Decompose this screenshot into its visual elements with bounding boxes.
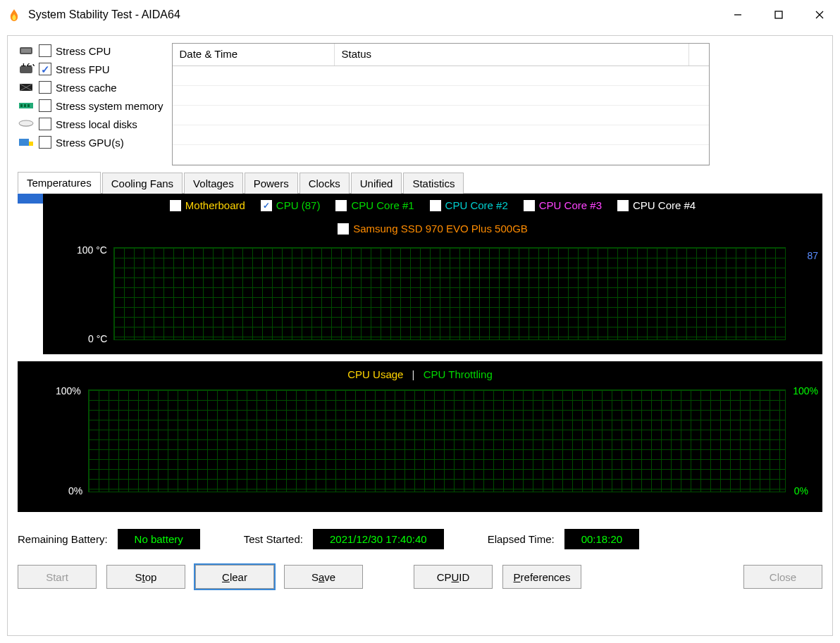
svg-rect-1	[775, 11, 782, 18]
series-cpu-core-2[interactable]: CPU Core #2	[430, 199, 508, 211]
stress-cache-checkbox[interactable]	[39, 81, 51, 94]
log-table-body	[173, 66, 709, 165]
tab-strip: Temperatures Cooling Fans Voltages Power…	[18, 171, 822, 194]
tab-powers[interactable]: Powers	[245, 173, 298, 194]
close-button[interactable]: Close	[743, 565, 822, 589]
gutter-marker-icon	[18, 194, 43, 204]
usage-label-cpu-throttling: CPU Throttling	[424, 368, 493, 380]
preferences-button[interactable]: Preferences	[502, 565, 581, 589]
svg-rect-12	[20, 104, 23, 107]
stress-cache-label: Stress cache	[56, 82, 117, 94]
svg-text:123: 123	[20, 63, 35, 68]
stress-gpu-checkbox[interactable]	[39, 136, 51, 149]
stress-disk-label: Stress local disks	[56, 118, 137, 130]
usage-title: CPU Usage | CPU Throttling	[18, 361, 822, 380]
temp-series-legend: Motherboard CPU (87) CPU Core #1 CPU Cor…	[43, 194, 822, 235]
svg-rect-17	[19, 139, 29, 146]
stress-fpu-checkbox[interactable]	[39, 63, 51, 75]
series-motherboard[interactable]: Motherboard	[170, 199, 245, 211]
stress-fpu-row: 123 Stress FPU	[18, 63, 163, 75]
elapsed-value: 00:18:20	[564, 529, 639, 549]
log-col-spacer	[689, 44, 709, 65]
battery-value: No battery	[118, 529, 200, 549]
svg-rect-18	[29, 142, 33, 146]
series-cpu-core-4[interactable]: CPU Core #4	[617, 199, 696, 211]
tab-voltages[interactable]: Voltages	[184, 173, 243, 194]
tab-unified[interactable]: Unified	[351, 173, 402, 194]
temp-axis-top: 100 °C	[77, 244, 107, 256]
close-window-button[interactable]	[799, 0, 840, 30]
temperatures-panel: Motherboard CPU (87) CPU Core #1 CPU Cor…	[43, 194, 822, 354]
cpu-chip-icon	[18, 44, 35, 57]
tab-temperatures[interactable]: Temperatures	[18, 172, 101, 194]
cpuid-button[interactable]: CPUID	[414, 565, 493, 589]
log-table-header: Date & Time Status	[173, 44, 709, 66]
window-title: System Stability Test - AIDA64	[28, 8, 717, 21]
usage-axis-right-bottom: 0%	[794, 485, 808, 497]
memory-icon	[18, 99, 35, 112]
svg-rect-14	[27, 104, 30, 107]
clear-button[interactable]: Clear	[195, 565, 274, 589]
save-button[interactable]: Save	[284, 565, 363, 589]
usage-panel: CPU Usage | CPU Throttling 100% 0% 100% …	[18, 361, 822, 512]
temperatures-plot	[113, 247, 786, 340]
log-table[interactable]: Date & Time Status	[172, 43, 710, 166]
usage-axis-left-top: 100%	[56, 385, 81, 397]
stress-gpu-label: Stress GPU(s)	[56, 137, 124, 149]
maximize-button[interactable]	[758, 0, 799, 30]
status-strip: Remaining Battery: No battery Test Start…	[18, 529, 822, 549]
svg-rect-13	[24, 104, 26, 107]
log-col-datetime[interactable]: Date & Time	[173, 44, 335, 65]
usage-axis-left-bottom: 0%	[68, 485, 82, 497]
svg-point-16	[19, 120, 33, 126]
gpu-icon	[18, 136, 35, 149]
series-cpu[interactable]: CPU (87)	[261, 199, 321, 211]
fpu-chip-icon: 123	[18, 63, 35, 75]
stress-cpu-checkbox[interactable]	[39, 44, 51, 57]
stress-memory-row: Stress system memory	[18, 99, 163, 112]
elapsed-label: Elapsed Time:	[488, 533, 555, 545]
temperatures-area: Motherboard CPU (87) CPU Core #1 CPU Cor…	[18, 194, 822, 361]
stress-fpu-label: Stress FPU	[56, 63, 110, 75]
series-ssd[interactable]: Samsung SSD 970 EVO Plus 500GB	[43, 223, 822, 235]
temp-axis-bottom: 0 °C	[88, 333, 107, 344]
disk-icon	[18, 118, 35, 130]
stress-disk-row: Stress local disks	[18, 118, 163, 130]
app-icon	[7, 8, 21, 22]
temp-axis-right-marker: 87	[807, 250, 818, 261]
stress-memory-checkbox[interactable]	[39, 99, 51, 112]
cache-chip-icon	[18, 81, 35, 94]
series-cpu-core-1[interactable]: CPU Core #1	[335, 199, 414, 211]
stress-disk-checkbox[interactable]	[39, 118, 51, 130]
tab-statistics[interactable]: Statistics	[403, 173, 464, 194]
stress-cpu-label: Stress CPU	[56, 45, 111, 57]
stress-cache-row: Stress cache	[18, 81, 163, 94]
battery-label: Remaining Battery:	[18, 533, 108, 545]
test-started-label: Test Started:	[244, 533, 303, 545]
start-button[interactable]: Start	[18, 565, 97, 589]
minimize-button[interactable]	[717, 0, 758, 30]
log-col-status[interactable]: Status	[335, 44, 689, 65]
stress-options: Stress CPU 123 Stress FPU Stress cache S…	[18, 43, 163, 166]
stress-memory-label: Stress system memory	[56, 100, 163, 112]
usage-axis-right-top: 100%	[793, 385, 818, 397]
usage-plot	[88, 389, 786, 492]
test-started-value: 2021/12/30 17:40:40	[313, 529, 444, 549]
svg-rect-5	[21, 49, 31, 53]
series-cpu-core-3[interactable]: CPU Core #3	[524, 199, 602, 211]
button-bar: Start Stop Clear Save CPUID Preferences …	[18, 565, 822, 589]
main-groupbox: Stress CPU 123 Stress FPU Stress cache S…	[7, 35, 833, 636]
tab-cooling-fans[interactable]: Cooling Fans	[102, 173, 183, 194]
tab-clocks[interactable]: Clocks	[299, 173, 350, 194]
stop-button[interactable]: Stop	[106, 565, 185, 589]
left-gutter	[18, 194, 43, 361]
usage-label-cpu-usage: CPU Usage	[347, 368, 403, 380]
stress-cpu-row: Stress CPU	[18, 44, 163, 57]
stress-gpu-row: Stress GPU(s)	[18, 136, 163, 149]
title-bar: System Stability Test - AIDA64	[0, 0, 840, 30]
